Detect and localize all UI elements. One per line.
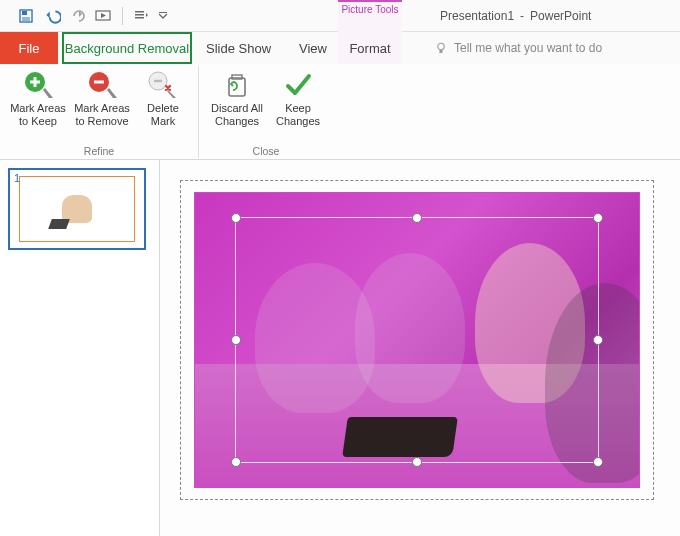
discard-label-2: Changes (215, 115, 259, 127)
svg-rect-6 (135, 17, 144, 19)
mark-remove-label-2: to Remove (75, 115, 128, 127)
resize-handle-bottom-left[interactable] (231, 457, 241, 467)
svg-rect-16 (154, 80, 162, 82)
tab-format-label: Format (349, 41, 390, 56)
qat-separator (122, 7, 123, 25)
app-name: PowerPoint (530, 9, 591, 23)
tell-me-placeholder: Tell me what you want to do (454, 41, 602, 55)
slide-thumbnail-content (19, 176, 135, 242)
discard-all-changes-button[interactable]: Discard AllChanges (205, 68, 269, 128)
slide-number: 1 (14, 172, 20, 184)
tab-view[interactable]: View (285, 32, 341, 64)
minus-circle-icon (85, 70, 119, 100)
ribbon-group-close: Discard AllChanges KeepChanges Close (199, 64, 333, 159)
mark-keep-label-2: to Keep (19, 115, 57, 127)
title-bar: Picture Tools Presentation1 - PowerPoint (0, 0, 680, 32)
marquee-selection[interactable] (235, 217, 599, 463)
delete-mark-label-1: Delete (147, 102, 179, 114)
resize-handle-top-middle[interactable] (412, 213, 422, 223)
svg-rect-12 (34, 77, 37, 87)
mark-areas-to-remove-button[interactable]: Mark Areasto Remove (70, 68, 134, 128)
resize-handle-top-left[interactable] (231, 213, 241, 223)
ribbon-tabs: File Background Removal Slide Show View … (0, 32, 680, 64)
tab-background-removal-label: Background Removal (65, 41, 189, 56)
mark-remove-label-1: Mark Areas (74, 102, 130, 114)
title-separator: - (520, 9, 524, 23)
checkmark-icon (281, 70, 315, 100)
quick-access-toolbar (0, 4, 171, 28)
undo-button[interactable] (40, 4, 64, 28)
tab-slide-show-label: Slide Show (206, 41, 271, 56)
svg-rect-2 (22, 17, 30, 21)
mark-keep-label-1: Mark Areas (10, 102, 66, 114)
svg-point-8 (438, 43, 444, 49)
redo-button[interactable] (66, 4, 90, 28)
group-label-close: Close (253, 145, 280, 159)
keep-label-1: Keep (285, 102, 311, 114)
discard-label-1: Discard All (211, 102, 263, 114)
svg-rect-18 (232, 75, 242, 79)
mark-areas-to-keep-button[interactable]: Mark Areasto Keep (6, 68, 70, 128)
tab-file[interactable]: File (0, 32, 58, 64)
workspace: 1 (0, 160, 680, 536)
tab-view-label: View (299, 41, 327, 56)
slide-thumbnail-panel: 1 (0, 160, 160, 536)
slide (180, 180, 654, 500)
ribbon-group-refine: Mark Areasto Keep Mark Areasto Remove De… (0, 64, 198, 159)
resize-handle-top-right[interactable] (593, 213, 603, 223)
svg-rect-5 (135, 14, 144, 16)
qat-more-button[interactable] (129, 4, 153, 28)
delete-mark-icon (146, 70, 180, 100)
plus-circle-icon (21, 70, 55, 100)
resize-handle-bottom-right[interactable] (593, 457, 603, 467)
resize-handle-middle-right[interactable] (593, 335, 603, 345)
picture-background-removal[interactable] (194, 192, 640, 488)
delete-mark-label-2: Mark (151, 115, 175, 127)
ribbon: Mark Areasto Keep Mark Areasto Remove De… (0, 64, 680, 160)
thumbnail-figure (62, 195, 92, 223)
svg-rect-1 (22, 11, 27, 15)
save-button[interactable] (14, 4, 38, 28)
resize-handle-middle-left[interactable] (231, 335, 241, 345)
start-from-beginning-button[interactable] (92, 4, 116, 28)
svg-rect-7 (159, 12, 167, 13)
tell-me-search[interactable]: Tell me what you want to do (434, 32, 602, 64)
document-name: Presentation1 (440, 9, 514, 23)
qat-customize-button[interactable] (155, 4, 171, 28)
svg-rect-14 (94, 81, 104, 84)
svg-rect-9 (440, 50, 443, 53)
tab-background-removal[interactable]: Background Removal (62, 32, 192, 64)
tab-file-label: File (19, 41, 40, 56)
lightbulb-icon (434, 41, 448, 55)
slide-thumbnail-1[interactable]: 1 (8, 168, 146, 250)
keep-changes-button[interactable]: KeepChanges (269, 68, 327, 128)
contextual-tab-picture-tools: Picture Tools (338, 0, 402, 32)
keep-label-2: Changes (276, 115, 320, 127)
svg-rect-4 (135, 11, 144, 13)
tab-slide-show[interactable]: Slide Show (192, 32, 285, 64)
tab-format[interactable]: Format (338, 32, 402, 64)
resize-handle-bottom-middle[interactable] (412, 457, 422, 467)
window-title: Presentation1 - PowerPoint (440, 0, 591, 32)
slide-canvas-area[interactable] (160, 160, 680, 536)
group-label-refine: Refine (84, 145, 114, 159)
contextual-tab-label: Picture Tools (341, 4, 398, 16)
discard-icon (220, 70, 254, 100)
delete-mark-button[interactable]: DeleteMark (134, 68, 192, 128)
